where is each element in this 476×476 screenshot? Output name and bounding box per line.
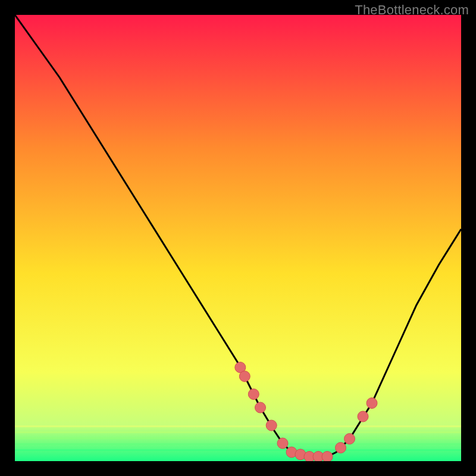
band-3 bbox=[15, 437, 461, 439]
scatter-dot bbox=[336, 443, 346, 453]
band-1 bbox=[15, 425, 461, 427]
plot-area bbox=[15, 15, 461, 461]
scatter-dot bbox=[266, 420, 277, 431]
scatter-dot bbox=[277, 438, 288, 449]
scatter-dot bbox=[322, 452, 333, 462]
scatter-dot bbox=[358, 411, 368, 422]
scatter-dot bbox=[367, 398, 377, 409]
band-4 bbox=[15, 443, 461, 445]
gradient-background bbox=[15, 15, 461, 461]
chart-frame: TheBottleneck.com bbox=[0, 0, 476, 476]
scatter-dot bbox=[239, 371, 250, 382]
band-2 bbox=[15, 431, 461, 433]
chart-svg bbox=[15, 15, 461, 461]
scatter-dot bbox=[255, 402, 266, 413]
scatter-dot bbox=[248, 389, 259, 400]
band-5 bbox=[15, 449, 461, 451]
scatter-dot bbox=[345, 434, 355, 444]
